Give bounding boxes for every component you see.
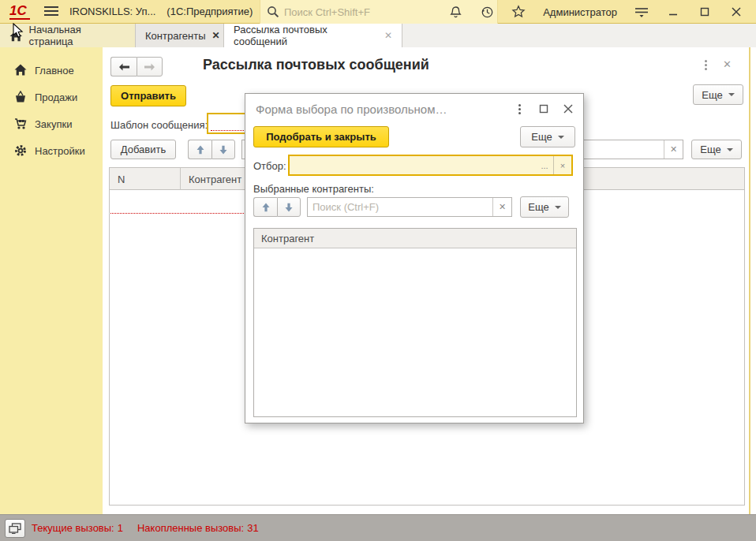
more-label: Еще <box>700 144 720 155</box>
sidebar-item-purchases[interactable]: Закупки <box>0 110 103 137</box>
column-header-n[interactable]: N <box>110 168 181 190</box>
tab-mailing[interactable]: Рассылка почтовых сообщений ✕ <box>224 24 402 47</box>
move-down-button[interactable] <box>211 140 235 159</box>
basket-icon <box>14 91 27 103</box>
dialog-maximize-icon[interactable] <box>538 103 549 114</box>
tab-bar: Начальная страница Контрагенты ✕ Рассылк… <box>0 24 756 47</box>
app-title: IRONSKILLS: Уп...(1С:Предприятие) <box>69 6 253 17</box>
status-bar: Текущие вызовы:1 Накопленные вызовы:31 <box>0 514 756 541</box>
nav-forward-button[interactable] <box>137 57 163 76</box>
home-icon <box>9 30 23 42</box>
pick-and-close-button[interactable]: Подобрать и закрыть <box>253 126 389 147</box>
current-user: Администратор <box>543 6 617 18</box>
selected-counterparties-table: Контрагент <box>253 228 577 417</box>
more-label: Еще <box>528 201 548 213</box>
tab-label: Контрагенты <box>145 30 206 42</box>
send-button[interactable]: Отправить <box>110 85 186 106</box>
chevron-down-icon <box>555 206 561 209</box>
filter-input[interactable]: ... × <box>288 155 573 176</box>
chevron-down-icon <box>728 93 735 96</box>
filter-clear-button[interactable]: × <box>554 156 571 174</box>
sidebar-item-sales[interactable]: Продажи <box>0 84 103 110</box>
maximize-button[interactable] <box>698 5 712 19</box>
1c-logo-icon: 1С <box>9 3 30 20</box>
filter-label: Отбор: <box>253 160 286 172</box>
sidebar-item-settings[interactable]: Настройки <box>0 137 103 164</box>
sidebar-item-label: Настройки <box>35 145 85 157</box>
add-button[interactable]: Добавить <box>110 140 176 159</box>
dialog-title: Форма выбора по произвольном… <box>256 103 447 116</box>
more-label: Еще <box>702 89 722 101</box>
service-menu-icon[interactable] <box>634 5 649 19</box>
sidebar-item-label: Закупки <box>35 118 72 130</box>
sidebar-item-label: Главное <box>35 65 74 76</box>
dialog-move-down-button[interactable] <box>277 197 301 217</box>
tab-label: Рассылка почтовых сообщений <box>234 24 378 47</box>
selected-counterparties-label: Выбранные контрагенты: <box>253 183 374 195</box>
search-icon <box>267 6 279 18</box>
clear-search-icon[interactable]: ✕ <box>664 140 683 159</box>
nav-back-button[interactable] <box>110 57 137 76</box>
sidebar-item-main[interactable]: Главное <box>0 57 103 84</box>
move-up-button[interactable] <box>188 140 211 159</box>
home-icon <box>14 64 27 76</box>
dialog-menu-dots-icon[interactable] <box>514 103 525 114</box>
global-search-input[interactable] <box>284 6 473 18</box>
page-more-button[interactable]: Еще <box>693 84 743 105</box>
minimize-button[interactable] <box>666 5 680 19</box>
gear-icon <box>14 144 27 157</box>
close-tab-icon[interactable]: ✕ <box>212 31 220 40</box>
tab-home-page[interactable]: Начальная страница <box>0 24 136 47</box>
main-menu-icon[interactable] <box>44 6 58 17</box>
window-titlebar: 1С IRONSKILLS: Уп...(1С:Предприятие) Адм… <box>0 0 756 24</box>
form-menu-dots-icon[interactable] <box>704 60 707 70</box>
app-window: 1С IRONSKILLS: Уп...(1С:Предприятие) Адм… <box>0 0 756 541</box>
window-right-edge <box>749 47 750 514</box>
accumulated-calls: Накопленные вызовы:31 <box>137 522 259 534</box>
close-form-icon[interactable]: ✕ <box>723 58 732 70</box>
page-title: Рассылка почтовых сообщений <box>203 57 429 73</box>
list-more-button[interactable]: Еще <box>691 140 742 159</box>
tab-counterparties[interactable]: Контрагенты ✕ <box>136 24 224 47</box>
dialog-search-input[interactable] <box>308 201 492 213</box>
selection-dialog: Форма выбора по произвольном… Подобрать … <box>245 93 584 423</box>
template-field-label: Шаблон сообщения: <box>110 119 208 131</box>
sidebar-item-label: Продажи <box>35 91 77 103</box>
history-icon[interactable] <box>480 5 494 19</box>
notifications-bell-icon[interactable] <box>448 5 462 19</box>
dialog-more-button[interactable]: Еще <box>520 126 575 147</box>
chevron-down-icon <box>727 148 733 151</box>
close-window-button[interactable] <box>729 5 743 19</box>
close-tab-icon[interactable]: ✕ <box>384 31 392 40</box>
dialog-list-more-button[interactable]: Еще <box>520 196 569 218</box>
more-label: Еще <box>531 131 552 143</box>
dialog-search-box[interactable]: ✕ <box>307 197 512 217</box>
favorites-star-icon[interactable] <box>511 5 526 19</box>
filter-ellipsis-button[interactable]: ... <box>536 156 553 174</box>
dialog-close-icon[interactable] <box>563 103 574 114</box>
sections-panel: Главное Продажи Закупки Настройки <box>0 47 103 514</box>
tab-label: Начальная страница <box>29 24 125 47</box>
performance-indicator-icon[interactable] <box>5 519 25 538</box>
chevron-down-icon <box>558 136 564 139</box>
dialog-move-up-button[interactable] <box>253 197 277 217</box>
column-header-counterparty[interactable]: Контрагент <box>254 229 576 248</box>
current-calls: Текущие вызовы:1 <box>32 522 123 534</box>
clear-search-icon[interactable]: ✕ <box>492 198 511 216</box>
cart-icon <box>14 118 27 130</box>
